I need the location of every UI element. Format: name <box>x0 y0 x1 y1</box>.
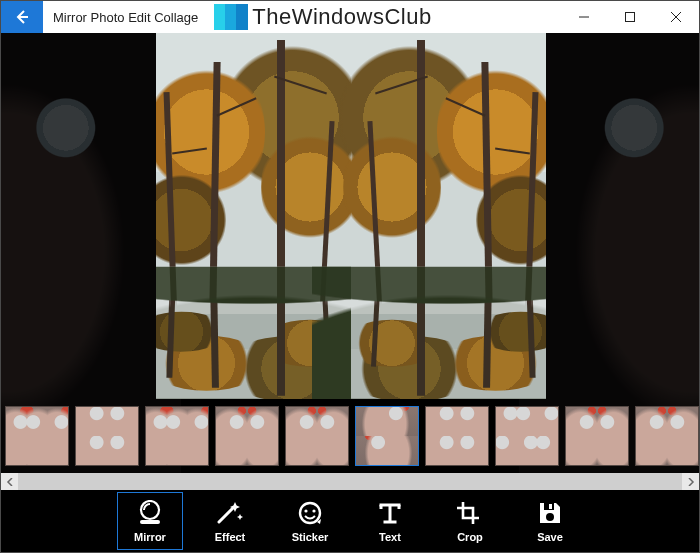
preview-canvas[interactable] <box>156 33 546 399</box>
tool-crop[interactable]: Crop <box>437 492 503 550</box>
svg-rect-0 <box>626 13 635 22</box>
mirror-template-thumb[interactable] <box>75 406 139 466</box>
window-controls <box>561 1 699 33</box>
tool-label: Text <box>379 531 401 543</box>
text-icon <box>375 499 405 527</box>
close-icon <box>671 12 681 22</box>
minimize-button[interactable] <box>561 1 607 33</box>
tool-mirror[interactable]: Mirror <box>117 492 183 550</box>
mirror-template-thumb[interactable] <box>565 406 629 466</box>
tool-save[interactable]: Save <box>517 492 583 550</box>
tool-sticker[interactable]: Sticker <box>277 492 343 550</box>
watermark-brand: TheWindowsClub <box>214 1 431 33</box>
mirror-template-thumb[interactable] <box>635 406 699 466</box>
content-area: MirrorEffectStickerTextCropSave <box>1 33 699 552</box>
mirror-template-thumb[interactable] <box>355 406 419 466</box>
svg-point-5 <box>312 509 315 512</box>
svg-point-8 <box>546 513 554 521</box>
scroll-right-button[interactable] <box>682 473 699 490</box>
effect-icon <box>215 499 245 527</box>
arrow-left-icon <box>14 9 30 25</box>
mirror-template-strip <box>1 403 699 473</box>
mirror-template-thumb[interactable] <box>145 406 209 466</box>
minimize-icon <box>579 12 589 22</box>
svg-rect-2 <box>140 520 160 524</box>
mirror-template-thumb[interactable] <box>495 406 559 466</box>
tool-effect[interactable]: Effect <box>197 492 263 550</box>
brand-name: TheWindowsClub <box>252 4 431 30</box>
tool-text[interactable]: Text <box>357 492 423 550</box>
mirror-icon <box>135 499 165 527</box>
app-title: Mirror Photo Edit Collage <box>43 10 208 25</box>
maximize-button[interactable] <box>607 1 653 33</box>
tool-label: Crop <box>457 531 483 543</box>
back-button[interactable] <box>1 1 43 33</box>
bottom-toolbar: MirrorEffectStickerTextCropSave <box>1 490 699 552</box>
crop-icon <box>455 499 485 527</box>
mirror-template-thumb[interactable] <box>5 406 69 466</box>
chevron-right-icon <box>687 478 695 486</box>
maximize-icon <box>625 12 635 22</box>
chevron-left-icon <box>6 478 14 486</box>
tool-label: Sticker <box>292 531 329 543</box>
brand-logo-icon <box>214 4 248 30</box>
titlebar: Mirror Photo Edit Collage TheWindowsClub <box>1 1 699 33</box>
mirror-template-thumb[interactable] <box>425 406 489 466</box>
scroll-left-button[interactable] <box>1 473 18 490</box>
mirror-template-thumb[interactable] <box>285 406 349 466</box>
horizontal-scrollbar[interactable] <box>1 473 699 490</box>
close-button[interactable] <box>653 1 699 33</box>
tool-label: Effect <box>215 531 246 543</box>
app-window: Mirror Photo Edit Collage TheWindowsClub <box>0 0 700 553</box>
sticker-icon <box>295 499 325 527</box>
scrollbar-thumb[interactable] <box>18 473 682 490</box>
svg-point-4 <box>304 509 307 512</box>
svg-point-3 <box>300 503 320 523</box>
mirror-template-thumb[interactable] <box>215 406 279 466</box>
svg-rect-7 <box>549 504 552 509</box>
tool-label: Save <box>537 531 563 543</box>
save-icon <box>535 499 565 527</box>
tool-label: Mirror <box>134 531 166 543</box>
